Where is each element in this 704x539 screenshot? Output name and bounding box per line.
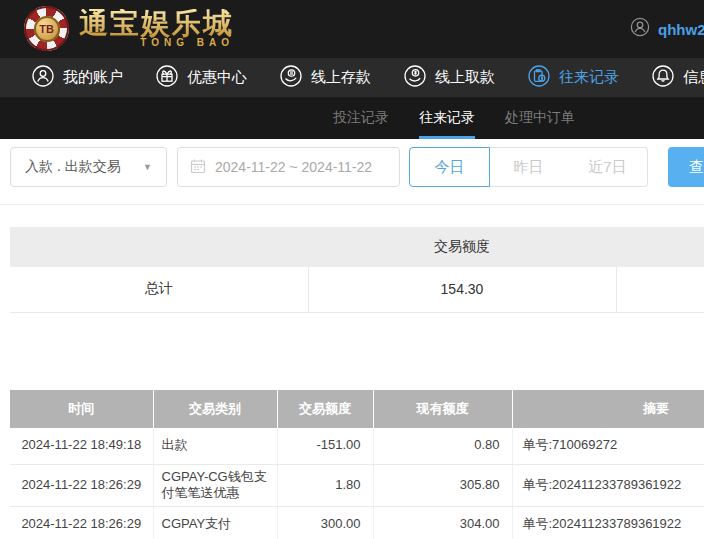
tab-pending-orders[interactable]: 处理中订单: [505, 97, 575, 139]
record-tabs: 投注记录 往来记录 处理中订单: [0, 97, 704, 139]
top-header: TB 通宝娱乐城 TONG BAO qhhw2: [0, 0, 704, 58]
user-avatar-icon: [630, 17, 650, 41]
summary-header-empty: [10, 227, 308, 267]
cell-memo: 单号:202411233789361922: [512, 507, 704, 539]
summary-header-empty: [616, 227, 704, 267]
last-7-days-button[interactable]: 近7日: [568, 147, 648, 187]
nav-item-promotions[interactable]: 优惠中心: [156, 65, 247, 90]
summary-table: 交易额度 总计 154.30: [10, 227, 704, 313]
chevron-down-icon: ▼: [143, 162, 152, 172]
deposit-icon: [280, 65, 302, 90]
records-icon: [528, 65, 550, 90]
cell-type: CGPAY支付: [153, 507, 277, 539]
cell-time: 2024-11-22 18:26:29: [10, 507, 153, 539]
nav-item-transaction-records[interactable]: 往来记录: [528, 65, 619, 90]
main-nav: 我的账户 优惠中心 线上存款: [0, 58, 704, 97]
table-row: 2024-11-22 18:26:29 CGPAY-CG钱包支付笔笔送优惠 1.…: [10, 464, 704, 507]
transaction-type-select[interactable]: 入款 . 出款交易 ▼: [10, 147, 167, 187]
nav-label: 信息: [683, 68, 704, 87]
date-range-input[interactable]: 2024-11-22 ~ 2024-11-22: [177, 147, 400, 187]
cell-time: 2024-11-22 18:49:18: [10, 428, 153, 464]
nav-item-my-account[interactable]: 我的账户: [32, 65, 123, 90]
tab-betting-records[interactable]: 投注记录: [333, 97, 389, 139]
nav-item-deposit[interactable]: 线上存款: [280, 65, 371, 90]
cell-type: 出款: [153, 428, 277, 464]
cell-amount: -151.00: [277, 428, 373, 464]
nav-label: 线上存款: [311, 68, 371, 87]
cell-memo: 单号:710069272: [512, 428, 704, 464]
chip-monogram: TB: [34, 16, 60, 42]
selected-transaction-type: 入款 . 出款交易: [25, 158, 121, 176]
search-button[interactable]: 查询: [668, 147, 704, 187]
user-icon: [32, 65, 54, 90]
nav-label: 优惠中心: [187, 68, 247, 87]
poker-chip-logo-icon: TB: [24, 6, 69, 51]
site-title: 通宝娱乐城: [79, 9, 234, 38]
col-balance: 现有额度: [373, 390, 512, 428]
col-time: 时间: [10, 390, 153, 428]
table-row: 2024-11-22 18:26:29 CGPAY支付 300.00 304.0…: [10, 507, 704, 539]
col-amount: 交易额度: [277, 390, 373, 428]
summary-empty-cell: [616, 267, 704, 312]
username: qhhw2: [658, 21, 704, 38]
today-button[interactable]: 今日: [409, 147, 490, 187]
nav-item-messages[interactable]: 信息: [652, 65, 704, 90]
cell-balance: 305.80: [373, 464, 512, 507]
summary-total-value: 154.30: [308, 267, 616, 312]
summary-header-amount: 交易额度: [308, 227, 616, 267]
cell-type: CGPAY-CG钱包支付笔笔送优惠: [153, 464, 277, 507]
summary-header-row: 交易额度: [10, 227, 704, 267]
date-range-value: 2024-11-22 ~ 2024-11-22: [215, 159, 372, 175]
site-logo[interactable]: TB 通宝娱乐城 TONG BAO: [24, 6, 234, 51]
summary-total-label: 总计: [10, 267, 308, 312]
cell-amount: 1.80: [277, 464, 373, 507]
bell-icon: [652, 65, 674, 90]
calendar-icon: [190, 158, 206, 177]
section-divider: [0, 204, 704, 205]
yesterday-button[interactable]: 昨日: [489, 147, 569, 187]
transactions-header-row: 时间 交易类别 交易额度 现有额度 摘要: [10, 390, 704, 428]
gift-icon: [156, 65, 178, 90]
withdraw-icon: [404, 65, 426, 90]
nav-label: 线上取款: [435, 68, 495, 87]
nav-label: 往来记录: [559, 68, 619, 87]
table-row: 2024-11-22 18:49:18 出款 -151.00 0.80 单号:7…: [10, 428, 704, 464]
account-menu[interactable]: qhhw2: [630, 17, 704, 41]
cell-balance: 0.80: [373, 428, 512, 464]
summary-total-row: 总计 154.30: [10, 267, 704, 312]
tab-transaction-records[interactable]: 往来记录: [419, 97, 475, 139]
cell-amount: 300.00: [277, 507, 373, 539]
nav-item-withdraw[interactable]: 线上取款: [404, 65, 495, 90]
col-type: 交易类别: [153, 390, 277, 428]
col-memo: 摘要: [512, 390, 704, 428]
transactions-table: 时间 交易类别 交易额度 现有额度 摘要 2024-11-22 18:49:18…: [10, 390, 704, 539]
nav-label: 我的账户: [63, 68, 123, 87]
cell-balance: 304.00: [373, 507, 512, 539]
cell-memo: 单号:202411233789361922: [512, 464, 704, 507]
cell-time: 2024-11-22 18:26:29: [10, 464, 153, 507]
